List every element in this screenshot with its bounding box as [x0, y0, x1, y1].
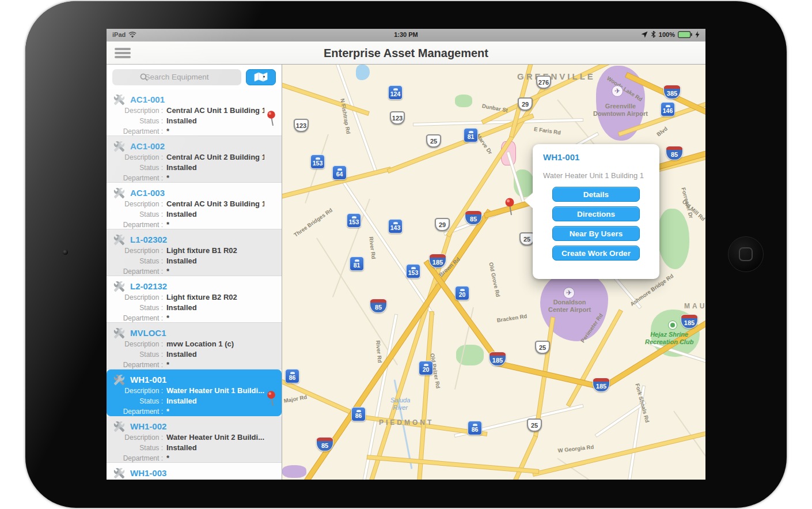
field-label-department: Department — [112, 361, 163, 369]
field-label-description: Description — [112, 340, 163, 348]
equipment-id: WH1-003 — [130, 468, 166, 478]
map[interactable]: ✈ ✈ WH1-001 Water Heater Unit 1 Building… — [282, 65, 705, 480]
equipment-list-item[interactable]: WH1-003 Description Status Department — [107, 463, 282, 480]
search-input[interactable] — [112, 69, 241, 85]
route-shield-185: 185 — [681, 314, 698, 329]
equipment-id: AC1-003 — [130, 188, 165, 198]
selected-asset-pin[interactable] — [503, 197, 516, 219]
wrench-icon — [113, 281, 125, 292]
equipment-id: WH1-002 — [130, 421, 166, 431]
page-title: Enterprise Asset Management — [107, 42, 705, 65]
map-label: E Faris Rd — [533, 126, 561, 135]
equipment-status: Installed — [166, 257, 197, 265]
equipment-department: * — [166, 220, 169, 229]
equipment-status: Installed — [166, 443, 197, 452]
popup-button-details[interactable]: Details — [552, 187, 640, 202]
equipment-list-item[interactable]: WH1-002 Description Water Heater Unit 2 … — [107, 416, 282, 463]
field-label-status: Status — [112, 304, 163, 312]
equipment-status: Installed — [166, 350, 197, 359]
map-label: Old Grove Rd — [488, 262, 501, 297]
route-shield-20: 20 — [419, 361, 433, 375]
equipment-status: Installed — [166, 210, 197, 218]
ipad-frame: iPad 1:30 PM 100% — [25, 1, 787, 508]
field-label-status: Status — [112, 210, 163, 218]
nav-bar: Enterprise Asset Management — [107, 42, 705, 65]
wrench-icon — [113, 187, 125, 199]
equipment-sidebar: AC1-001 Description Central AC Unit 1 Bu… — [107, 65, 282, 480]
route-shield-25: 25 — [535, 341, 550, 354]
route-shield-85: 85 — [666, 146, 683, 160]
route-shield-20: 20 — [455, 286, 469, 300]
equipment-list-item[interactable]: L1-02302 Description Light fixture B1 R0… — [107, 229, 282, 276]
route-shield-153: 153 — [310, 154, 325, 169]
wrench-icon — [113, 421, 125, 432]
home-button[interactable] — [728, 236, 764, 272]
equipment-list-item[interactable]: L2-02132 Description Light fixture B2 R0… — [107, 276, 282, 323]
equipment-status: Installed — [166, 116, 197, 125]
equipment-department: * — [166, 454, 169, 462]
wrench-icon — [113, 141, 125, 152]
field-label-department: Department — [112, 454, 163, 462]
map-label: Blvd — [655, 125, 669, 137]
equipment-description: mvw Location 1 (c) — [166, 340, 234, 348]
battery-percent: 100% — [659, 31, 675, 38]
popup-tail — [524, 193, 533, 209]
field-label-description: Description — [112, 293, 163, 301]
field-label-department: Department — [112, 221, 163, 229]
wrench-icon — [113, 94, 125, 105]
field-label-department: Department — [112, 267, 163, 276]
park-area — [658, 209, 689, 269]
equipment-list[interactable]: AC1-001 Description Central AC Unit 1 Bu… — [107, 89, 282, 480]
popup-button-create-work-order[interactable]: Create Work Order — [552, 246, 640, 261]
equipment-description: Central AC Unit 3 Building 1 — [166, 199, 264, 208]
status-bar: iPad 1:30 PM 100% — [107, 29, 705, 42]
equipment-list-item[interactable]: AC1-003 Description Central AC Unit 3 Bu… — [107, 183, 282, 229]
front-camera — [62, 249, 69, 255]
bluetooth-icon — [651, 31, 656, 38]
map-toggle-button[interactable] — [246, 69, 276, 85]
route-shield-124: 124 — [388, 85, 403, 100]
map-road — [533, 427, 705, 476]
equipment-description: Light fixture B1 R02 — [166, 246, 237, 255]
field-label-status: Status — [112, 444, 163, 452]
purple-area — [282, 465, 306, 478]
route-shield-123: 123 — [294, 119, 309, 132]
map-label: W Georgia Rd — [557, 443, 594, 454]
popup-title: WH1-001 — [543, 152, 649, 162]
map-road — [627, 386, 645, 480]
equipment-list-item[interactable]: AC1-001 Description Central AC Unit 1 Bu… — [107, 89, 282, 136]
route-shield-81: 81 — [350, 257, 364, 271]
popup-subtitle: Water Heater Unit 1 Building 1 — [543, 171, 649, 180]
field-label-description: Description — [112, 200, 163, 208]
route-shield-153: 153 — [406, 264, 420, 278]
map-road — [413, 119, 583, 126]
search-field[interactable] — [112, 69, 241, 85]
route-shield-185: 185 — [489, 352, 506, 366]
equipment-id: AC1-002 — [130, 141, 165, 151]
field-label-status: Status — [112, 397, 163, 405]
route-shield-85: 85 — [316, 437, 333, 451]
equipment-id: L2-02132 — [130, 281, 167, 291]
app-screen: iPad 1:30 PM 100% — [107, 29, 705, 480]
equipment-status: Installed — [166, 163, 197, 172]
map-label: MAULDIN — [684, 302, 705, 310]
field-label-description: Description — [112, 153, 163, 161]
equipment-list-item[interactable]: AC1-002 Description Central AC Unit 2 Bu… — [107, 136, 282, 183]
equipment-list-item[interactable]: WH1-001 Description Water Heater Unit 1 … — [107, 370, 282, 416]
route-shield-29: 29 — [518, 97, 533, 111]
equipment-list-item[interactable]: MVLOC1 Description mvw Location 1 (c) St… — [107, 323, 282, 370]
route-shield-123: 123 — [390, 111, 405, 125]
map-road — [417, 312, 434, 480]
map-road — [336, 65, 377, 171]
lake-area — [356, 65, 370, 80]
airport-icon: ✈ — [612, 85, 623, 97]
clock: 1:30 PM — [107, 31, 705, 38]
wrench-icon — [113, 327, 125, 339]
route-shield-25: 25 — [426, 134, 441, 148]
popup-button-directions[interactable]: Directions — [552, 206, 640, 221]
route-shield-29: 29 — [435, 218, 450, 231]
route-shield-276: 276 — [536, 76, 551, 89]
equipment-id: WH1-001 — [130, 375, 166, 384]
field-label-description: Description — [112, 107, 163, 115]
popup-button-near-by-users[interactable]: Near By Users — [552, 226, 640, 241]
